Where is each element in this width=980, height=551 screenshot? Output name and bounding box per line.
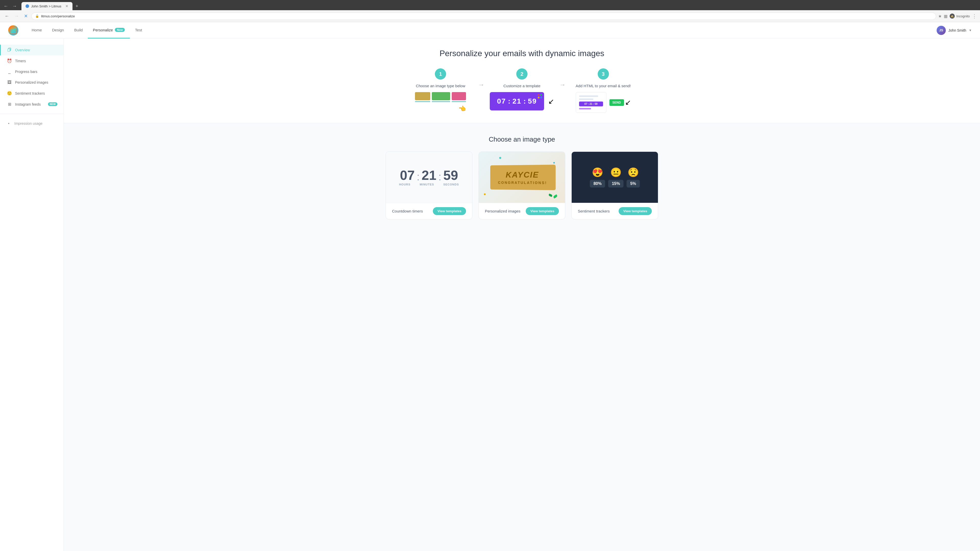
- step-3-label: Add HTML to your email & send!: [576, 84, 631, 88]
- step-3-number: 3: [598, 68, 609, 79]
- card-1-footer: Countdown timers View templates: [386, 203, 472, 219]
- sidebar-item-timers[interactable]: ⏰ Timers: [0, 56, 64, 66]
- tab-title: John Smith > Litmus: [31, 4, 61, 8]
- card-2-title: Personalized images: [485, 209, 520, 213]
- timer-hours: 07: [497, 97, 506, 105]
- tab-close-btn[interactable]: ✕: [65, 4, 68, 8]
- view-templates-btn-1[interactable]: View templates: [433, 207, 466, 215]
- seconds-label: SECONDS: [443, 183, 459, 186]
- timer-large: 07 : 21 : 59: [399, 168, 459, 182]
- view-templates-btn-2[interactable]: View templates: [526, 207, 559, 215]
- step-3: 3 Add HTML to your email & send! 07 : 21…: [570, 68, 637, 113]
- pers-name: KAYCIE: [498, 170, 547, 179]
- sentiment-pct-3: 5%: [630, 181, 636, 186]
- hero-title: Personalize your emails with dynamic ima…: [79, 49, 965, 58]
- timer-card-display: 07 : 21 : 59 HOURS MINUTES SECONDS: [399, 168, 459, 186]
- email-line-1: [579, 95, 598, 97]
- dot-yellow: [538, 97, 539, 98]
- sidebar-divider: [0, 114, 64, 114]
- email-mockup-card: 07 : 21 : 59: [576, 92, 606, 113]
- sidebar-item-impression-usage[interactable]: ▪ Impression usage: [0, 118, 64, 129]
- timer-dots: [538, 94, 542, 98]
- leaf-1: [553, 194, 558, 199]
- nav-back-btn[interactable]: ←: [2, 3, 10, 10]
- menu-btn[interactable]: ⋮: [972, 13, 977, 19]
- view-templates-btn-3[interactable]: View templates: [619, 207, 652, 215]
- step-2-label: Customize a template: [503, 84, 540, 88]
- card-personalized-images: KAYCIE CONGRATULATIONS! Personalized ima…: [479, 151, 565, 219]
- timer-labels: HOURS MINUTES SECONDS: [399, 183, 459, 186]
- user-avatar: JS: [937, 26, 946, 35]
- active-tab[interactable]: John Smith > Litmus ✕: [21, 2, 73, 10]
- grid-icon: ⊞: [7, 102, 12, 106]
- tab-bar: ← → John Smith > Litmus ✕ +: [0, 0, 980, 10]
- emoji-2: 😐: [610, 167, 622, 178]
- back-btn[interactable]: ←: [3, 13, 11, 20]
- sentiment-pct-1: 80%: [593, 181, 601, 186]
- sentiment-bar-2: 15%: [608, 180, 624, 187]
- new-tab-btn[interactable]: +: [73, 3, 80, 10]
- nav-forward-btn[interactable]: →: [11, 3, 18, 10]
- card-sep-2: :: [438, 171, 441, 182]
- sentiment-item-3: 😟 5%: [627, 167, 640, 187]
- card-2-footer: Personalized images View templates: [479, 203, 565, 219]
- card-1-visual: 07 : 21 : 59 HOURS MINUTES SECONDS: [386, 152, 472, 203]
- nav-item-design[interactable]: Design: [47, 22, 69, 38]
- nav-item-home[interactable]: Home: [27, 22, 47, 38]
- pers-congrats: CONGRATULATIONS!: [498, 180, 547, 185]
- card-sep-1: :: [417, 171, 420, 182]
- minutes-label: MINUTES: [420, 183, 434, 186]
- card-3-footer: Sentiment trackers View templates: [572, 203, 658, 219]
- incognito-btn[interactable]: 🕵 Incognito: [950, 14, 970, 19]
- sidebar-item-progress-bars[interactable]: ⎯ Progress bars: [0, 66, 64, 77]
- steps-row: 1 Choose an image type below: [407, 68, 637, 113]
- timer-minutes: 21: [512, 97, 522, 105]
- card-timer-hours: 07: [400, 168, 415, 182]
- app-logo: [8, 25, 18, 35]
- sentiment-bar-3: 5%: [627, 180, 640, 187]
- doc-icon: 🗍: [7, 48, 12, 52]
- nav-item-test[interactable]: Test: [130, 22, 147, 38]
- choose-section: Choose an image type 07 : 21 : 5: [64, 123, 980, 232]
- send-button[interactable]: SEND: [609, 99, 624, 106]
- tab-favicon: [25, 4, 29, 8]
- image-icon: 🖼: [7, 80, 12, 85]
- sidebar-item-overview[interactable]: 🗍 Overview: [0, 44, 64, 56]
- user-name: John Smith: [948, 28, 966, 32]
- user-section[interactable]: JS John Smith ▼: [937, 26, 972, 35]
- sidebar-item-personalized-images[interactable]: 🖼 Personalized images: [0, 77, 64, 88]
- bookmark-btn[interactable]: ★: [938, 14, 942, 19]
- smiley-icon: 🙂: [7, 91, 12, 96]
- sidebar-item-instagram-feeds[interactable]: ⊞ Instagram feeds NEW: [0, 99, 64, 110]
- step-arrow-1: →: [474, 81, 488, 88]
- sidebar: 🗍 Overview ⏰ Timers ⎯ Progress bars 🖼 Pe…: [0, 38, 64, 551]
- clock-icon: ⏰: [7, 59, 12, 63]
- confetti-2: [553, 162, 555, 164]
- sentiment-item-1: 😍 80%: [590, 167, 605, 187]
- address-bar[interactable]: 🔒 litmus.com/personalize: [32, 13, 936, 20]
- timer-colon2: :: [523, 97, 526, 105]
- dash-icon: ⎯: [7, 69, 12, 74]
- nav-item-personalize[interactable]: Personalize New: [88, 22, 130, 38]
- pip-btn[interactable]: ▦: [944, 14, 948, 19]
- forward-btn[interactable]: →: [13, 13, 21, 20]
- step-3-visual: 07 : 21 : 59 SEND ↙: [576, 92, 631, 113]
- instagram-badge: NEW: [48, 102, 57, 106]
- card-2-visual: KAYCIE CONGRATULATIONS!: [479, 152, 565, 203]
- top-nav: Home Design Build Personalize New Test J…: [0, 22, 980, 38]
- reload-btn[interactable]: ✕: [22, 12, 29, 20]
- timer-seconds: 59: [528, 97, 537, 105]
- card-timer-seconds: 59: [443, 168, 458, 182]
- leaf-2: [549, 194, 552, 197]
- step-2-visual: 07 : 21 : 59: [490, 92, 554, 110]
- sentiment-pct-2: 15%: [612, 181, 620, 186]
- dot-green: [540, 94, 542, 96]
- incognito-icon: 🕵: [950, 14, 955, 19]
- nav-item-build[interactable]: Build: [69, 22, 88, 38]
- personalize-badge: New: [115, 28, 125, 32]
- hero-section: Personalize your emails with dynamic ima…: [64, 38, 980, 123]
- step-2-number: 2: [516, 68, 528, 79]
- main-layout: 🗍 Overview ⏰ Timers ⎯ Progress bars 🖼 Pe…: [0, 38, 980, 551]
- step-1: 1 Choose an image type below: [407, 68, 474, 112]
- sidebar-item-sentiment-trackers[interactable]: 🙂 Sentiment trackers: [0, 88, 64, 99]
